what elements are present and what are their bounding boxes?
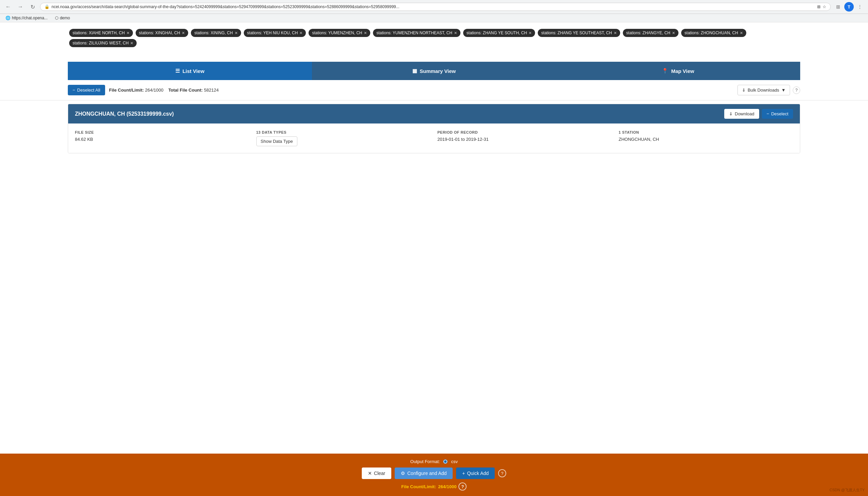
tag-label: stations: ZHONGCHUAN, CH xyxy=(685,31,738,35)
station-count-label: 1 STATION xyxy=(619,130,793,134)
show-data-type-button[interactable]: Show Data Type xyxy=(256,136,298,146)
deselect-all-button[interactable]: − Deselect All xyxy=(68,85,105,95)
station-tag: stations: ZHANG YE SOUTH, CH✕ xyxy=(463,29,535,37)
tab-map-view[interactable]: 📍 Map View xyxy=(556,62,800,80)
tag-label: stations: YUMENZHEN NORTHEAST, CH xyxy=(376,31,452,35)
period-value: 2019-01-01 to 2019-12-31 xyxy=(437,137,488,142)
tag-label: stations: ZHANG YE SOUTHEAST, CH xyxy=(541,31,612,35)
output-format-label: Output Format: xyxy=(410,459,440,464)
tag-remove-icon[interactable]: ✕ xyxy=(614,31,617,35)
station-tag: stations: ZHANG YE SOUTHEAST, CH✕ xyxy=(538,29,620,37)
csv-label: csv xyxy=(451,459,458,464)
tag-label: stations: XINING, CH xyxy=(194,31,232,35)
more-options-button[interactable]: ⋮ xyxy=(855,2,865,12)
configure-add-button[interactable]: ⚙ Configure and Add xyxy=(395,467,453,479)
tags-container: stations: XIAHE NORTH, CH✕stations: XING… xyxy=(68,28,800,48)
csv-radio[interactable] xyxy=(443,459,448,464)
tabs-container: ☰ List View ▦ Summary View 📍 Map View xyxy=(68,62,800,80)
translate-icon: ⊞ xyxy=(817,4,821,9)
controls-right: ⇓ Bulk Downloads ▼ ? xyxy=(738,85,800,95)
tab-list-view[interactable]: ☰ List View xyxy=(68,62,312,80)
profile-menu-button[interactable]: T xyxy=(844,2,854,12)
tag-remove-icon[interactable]: ✕ xyxy=(454,31,457,35)
bottom-bar: Output Format: csv ✕ Clear ⚙ Configure a… xyxy=(0,454,868,496)
file-card-header: ZHONGCHUAN, CH (52533199999.csv) ⇓ Downl… xyxy=(68,104,800,124)
quick-add-button[interactable]: + Quick Add xyxy=(456,467,495,479)
clear-button[interactable]: ✕ Clear xyxy=(362,467,391,479)
tab-summary-view[interactable]: ▦ Summary View xyxy=(312,62,556,80)
watermark: CSDN @飞渡人生TY xyxy=(830,487,865,493)
page-content: stations: XIAHE NORTH, CH✕stations: XING… xyxy=(0,22,868,495)
file-size-value: 84.62 KB xyxy=(75,137,93,142)
tag-remove-icon[interactable]: ✕ xyxy=(182,31,185,35)
openai-favicon: 🌐 xyxy=(5,16,11,20)
controls-left: − Deselect All File Count/Limit: 264/100… xyxy=(68,85,219,95)
minus-icon: − xyxy=(767,111,769,117)
minus-icon: − xyxy=(73,88,75,93)
summary-view-icon: ▦ xyxy=(412,68,417,74)
tag-label: stations: ZHANGYE, CH xyxy=(626,31,670,35)
file-count-limit-text: File Count/Limit: 264/1000 Total File Co… xyxy=(109,88,219,93)
station-tag: stations: XINING, CH✕ xyxy=(191,29,241,37)
station-tag: stations: YEH NIU KOU, CH✕ xyxy=(244,29,306,37)
tag-label: stations: ZHANG YE SOUTH, CH xyxy=(467,31,527,35)
bottom-help-icon[interactable]: ? xyxy=(498,469,506,477)
file-size-label: FILE SIZE xyxy=(75,130,250,134)
file-size-section: FILE SIZE 84.62 KB xyxy=(75,130,250,146)
gear-icon: ⚙ xyxy=(401,470,405,476)
tag-label: stations: XIAHE NORTH, CH xyxy=(73,31,125,35)
station-section: 1 STATION ZHONGCHUAN, CH xyxy=(619,130,793,146)
bottom-file-count-limit: File Count/Limit: 264/1000 ? xyxy=(401,482,467,491)
file-card-title: ZHONGCHUAN, CH (52533199999.csv) xyxy=(75,111,174,117)
secure-icon: 🔒 xyxy=(44,4,49,9)
bookmark-demo[interactable]: ⬡ demo xyxy=(53,15,72,21)
output-format-row: Output Format: csv xyxy=(410,459,458,464)
station-tag: stations: XIAHE NORTH, CH✕ xyxy=(69,29,133,37)
tag-remove-icon[interactable]: ✕ xyxy=(529,31,532,35)
forward-button[interactable]: → xyxy=(16,2,25,12)
station-tag: stations: YUMENZHEN NORTHEAST, CH✕ xyxy=(373,29,461,37)
plus-icon: + xyxy=(462,470,465,476)
back-button[interactable]: ← xyxy=(3,2,13,12)
list-view-icon: ☰ xyxy=(175,68,180,74)
deselect-button[interactable]: − Deselect xyxy=(762,109,793,119)
profile-avatar: T xyxy=(844,2,854,12)
bulk-downloads-help-icon[interactable]: ? xyxy=(793,87,800,94)
bottom-actions-row: ✕ Clear ⚙ Configure and Add + Quick Add … xyxy=(362,467,506,479)
file-card: ZHONGCHUAN, CH (52533199999.csv) ⇓ Downl… xyxy=(68,104,800,153)
tag-label: stations: YUMENZHEN, CH xyxy=(312,31,362,35)
bookmark-openai[interactable]: 🌐 https://chat.opena... xyxy=(3,15,49,21)
address-bar[interactable]: 🔒 ncei.noaa.gov/access/search/data-searc… xyxy=(40,3,831,11)
station-tag: stations: ZHANGYE, CH✕ xyxy=(623,29,678,37)
download-icon: ⇓ xyxy=(742,88,745,93)
tag-label: stations: XINGHAI, CH xyxy=(139,31,180,35)
bulk-downloads-button[interactable]: ⇓ Bulk Downloads ▼ xyxy=(738,85,790,95)
controls-bar: − Deselect All File Count/Limit: 264/100… xyxy=(0,80,868,100)
reload-button[interactable]: ↻ xyxy=(28,2,37,12)
extensions-button[interactable]: ⊞ xyxy=(833,2,843,12)
file-count-help-icon[interactable]: ? xyxy=(459,482,467,491)
station-name: ZHONGCHUAN, CH xyxy=(619,137,659,142)
tag-remove-icon[interactable]: ✕ xyxy=(740,31,743,35)
browser-toolbar: ⊞ T ⋮ xyxy=(833,2,865,12)
tag-remove-icon[interactable]: ✕ xyxy=(127,31,130,35)
dropdown-icon: ▼ xyxy=(781,88,786,93)
file-card-body: FILE SIZE 84.62 KB 13 DATA TYPES Show Da… xyxy=(68,124,800,153)
file-card-actions: ⇓ Download − Deselect xyxy=(724,109,793,119)
download-button[interactable]: ⇓ Download xyxy=(724,109,759,119)
bookmarks-bar: 🌐 https://chat.opena... ⬡ demo xyxy=(0,14,868,22)
tag-remove-icon[interactable]: ✕ xyxy=(672,31,675,35)
station-tag: stations: YUMENZHEN, CH✕ xyxy=(308,29,370,37)
tag-remove-icon[interactable]: ✕ xyxy=(364,31,367,35)
tag-remove-icon[interactable]: ✕ xyxy=(235,31,238,35)
tag-remove-icon[interactable]: ✕ xyxy=(300,31,303,35)
station-tags-area: stations: XIAHE NORTH, CH✕stations: XING… xyxy=(0,22,868,55)
github-favicon: ⬡ xyxy=(55,16,58,20)
tag-remove-icon[interactable]: ✕ xyxy=(130,41,133,45)
station-tag: stations: XINGHAI, CH✕ xyxy=(135,29,188,37)
period-label: PERIOD OF RECORD xyxy=(437,130,612,134)
station-tag: stations: ZILIUJING WEST, CH✕ xyxy=(69,39,136,47)
tag-label: stations: YEH NIU KOU, CH xyxy=(247,31,298,35)
download-icon: ⇓ xyxy=(729,111,733,117)
period-section: PERIOD OF RECORD 2019-01-01 to 2019-12-3… xyxy=(437,130,612,146)
